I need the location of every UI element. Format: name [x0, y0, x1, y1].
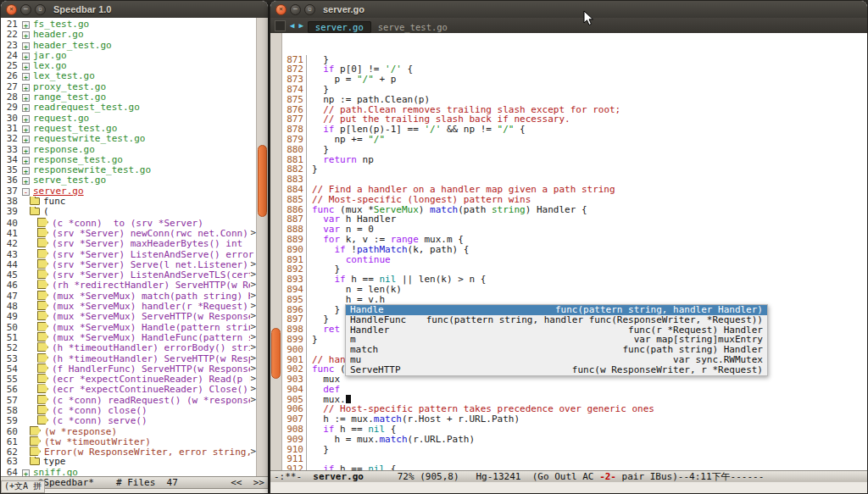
tag-icon — [37, 291, 48, 300]
echo-area[interactable] — [270, 481, 867, 493]
tab-server-go[interactable]: server.go — [308, 21, 371, 33]
speedbar-item[interactable]: 61(tw *timeoutWriter) — [1, 436, 257, 447]
editor-scrollbar[interactable] — [270, 33, 282, 470]
speedbar-item[interactable]: 24+jar.go — [1, 51, 257, 61]
speedbar-item[interactable]: 52(h *timeoutHandler) errorBody() strin> — [1, 342, 257, 352]
speedbar-item[interactable]: 47(mux *ServeMux) match(path string) Ha> — [1, 291, 257, 301]
speedbar-item[interactable]: 54(f HandlerFunc) ServeHTTP(w ResponseW> — [1, 364, 257, 374]
speedbar-item[interactable]: 56(ecr *expectContinueReader) Close() e> — [1, 384, 257, 394]
speedbar-item[interactable]: 53(h *timeoutHandler) ServeHTTP(w Respo> — [1, 353, 257, 364]
speedbar-item[interactable]: 55(ecr *expectContinueReader) Read(p []> — [1, 374, 257, 384]
speedbar-item[interactable]: 50(mux *ServeMux) Handle(pattern string> — [1, 322, 257, 332]
speedbar-item[interactable]: 33+response.go — [1, 145, 257, 155]
code-area[interactable]: 871 }872 if p[0] != '/' {873 p = "/" + p… — [282, 33, 867, 470]
speedbar-item[interactable]: 28+range_test.go — [1, 92, 257, 103]
speedbar-item[interactable]: 39( — [1, 207, 257, 217]
expand-icon[interactable]: + — [22, 94, 30, 102]
expand-icon[interactable]: + — [22, 73, 30, 80]
expand-icon[interactable]: + — [22, 167, 30, 175]
autocomplete-popup[interactable]: Handlefunc(pattern string, handler Handl… — [345, 304, 768, 376]
maximize-button-icon[interactable]: ▫ — [35, 4, 46, 15]
expand-icon[interactable]: + — [22, 63, 30, 70]
minimize-button-icon[interactable]: – — [290, 4, 301, 15]
editor-pane: 871 }872 if p[0] != '/' {873 p = "/" + p… — [270, 33, 867, 470]
tab-forward-icon[interactable]: ▶ — [298, 21, 303, 31]
expand-icon[interactable]: + — [22, 115, 30, 123]
expand-icon[interactable]: + — [22, 157, 30, 164]
speedbar-item[interactable]: 42(srv *Server) maxHeaderBytes() int — [1, 238, 257, 248]
expand-icon[interactable]: + — [22, 53, 30, 60]
completion-item[interactable]: Handlerfunc(r *Request) Handler — [346, 325, 767, 336]
speedbar-item[interactable]: 26+lex_test.go — [1, 71, 257, 81]
speedbar-nav-buttons[interactable]: << >> — [231, 477, 264, 488]
buffer-menu-icon[interactable] — [275, 20, 286, 31]
speedbar-item[interactable]: 29+readrequest_test.go — [1, 103, 257, 113]
speedbar-item[interactable]: 22+header.go — [1, 30, 257, 40]
speedbar-file-tree[interactable]: 21+fs_test.go22+header.go23+header_test.… — [1, 18, 257, 476]
speedbar-item[interactable]: 57(c *conn) readRequest() (w *response,> — [1, 395, 257, 405]
expand-icon[interactable]: + — [22, 42, 30, 50]
maximize-button-icon[interactable]: ▫ — [304, 4, 315, 15]
speedbar-item[interactable]: 46(rh *redirectHandler) ServeHTTP(w Res> — [1, 280, 257, 290]
speedbar-item[interactable]: 30+request.go — [1, 114, 257, 124]
completion-item[interactable]: muvar sync.RWMutex — [346, 355, 767, 365]
speedbar-item[interactable]: 58(c *conn) close() — [1, 405, 257, 415]
completion-item[interactable]: Handlefunc(pattern string, handler Handl… — [346, 305, 767, 315]
speedbar-item[interactable]: 31+request_test.go — [1, 124, 257, 134]
minimize-button-icon[interactable]: – — [20, 4, 31, 15]
expand-icon[interactable]: + — [22, 136, 30, 143]
completion-item[interactable]: mvar map[string]muxEntry — [346, 335, 767, 345]
expand-icon[interactable]: + — [22, 84, 30, 92]
speedbar-scrollbar[interactable] — [256, 18, 268, 476]
speedbar-item[interactable]: 34+response_test.go — [1, 155, 257, 165]
expand-icon[interactable]: + — [22, 147, 30, 154]
speedbar-item[interactable]: 44(srv *Server) Serve(l net.Listener) e> — [1, 259, 257, 269]
speedbar-item[interactable]: 63type — [1, 457, 257, 467]
speedbar-item[interactable]: 48(mux *ServeMux) handler(r *Request) H> — [1, 301, 257, 311]
speedbar-item[interactable]: 38func — [1, 197, 257, 207]
speedbar-item[interactable]: 32+requestwrite_test.go — [1, 134, 257, 144]
expand-icon[interactable]: + — [22, 21, 30, 29]
completion-item[interactable]: ServeHTTPfunc(w ResponseWriter, r *Reque… — [346, 365, 767, 375]
completion-item[interactable]: HandleFuncfunc(pattern string, handler f… — [346, 315, 767, 325]
scrollbar-thumb[interactable] — [258, 145, 267, 217]
ibus-indicator[interactable]: (+文A 拼 — [1, 480, 45, 493]
speedbar-item[interactable]: 36+serve_test.go — [1, 175, 257, 186]
editor-titlebar[interactable]: ✕ – ▫ server.go — [270, 1, 867, 19]
scrollbar-thumb[interactable] — [271, 328, 281, 379]
tab-back-icon[interactable]: ◀ — [290, 21, 294, 31]
speedbar-item[interactable]: 35+responsewrite_test.go — [1, 165, 257, 175]
speedbar-item[interactable]: 40(c *conn) to (srv *Server) — [1, 218, 257, 228]
expand-icon[interactable]: + — [22, 104, 30, 112]
expand-icon[interactable]: + — [22, 469, 30, 476]
expand-icon[interactable]: + — [22, 31, 30, 39]
close-button-icon[interactable]: ✕ — [6, 4, 17, 15]
speedbar-item[interactable]: 45(srv *Server) ListenAndServeTLS(certF> — [1, 269, 257, 280]
speedbar-item[interactable]: 59(c *conn) serve() — [1, 415, 257, 425]
close-button-icon[interactable]: ✕ — [275, 4, 287, 15]
speedbar-item[interactable]: 51(mux *ServeMux) HandleFunc(pattern st> — [1, 332, 257, 342]
speedbar-item[interactable]: 25+lex.go — [1, 61, 257, 71]
speedbar-item-label: responsewrite_test.go — [33, 165, 151, 175]
speedbar-item[interactable]: 23+header_test.go — [1, 41, 257, 51]
speedbar-item[interactable]: 37-server.go — [1, 186, 257, 197]
completion-item[interactable]: matchfunc(path string) Handler — [346, 345, 767, 355]
code-token: range — [391, 235, 419, 245]
speedbar-item[interactable]: 43(srv *Server) ListenAndServe() error — [1, 249, 257, 259]
speedbar-item[interactable]: 49(mux *ServeMux) ServeHTTP(w ResponseW> — [1, 311, 257, 321]
speedbar-item[interactable]: 41(srv *Server) newConn(rwc net.Conn) (> — [1, 228, 257, 238]
speedbar-titlebar[interactable]: ✕ – ▫ Speedbar 1.0 — [1, 1, 268, 19]
expand-icon[interactable]: + — [22, 177, 30, 185]
speedbar-item[interactable]: 60(w *response) — [1, 426, 257, 436]
code-line: 908 if h == nil { — [282, 425, 867, 435]
speedbar-item[interactable]: 27+proxy_test.go — [1, 82, 257, 92]
speedbar-item[interactable]: 64+sniff.go — [1, 468, 257, 476]
code-token — [312, 235, 323, 245]
speedbar-item[interactable]: 62Error(w ResponseWriter, error string, … — [1, 447, 257, 457]
tab-serve_test-go[interactable]: serve_test.go — [371, 22, 454, 32]
collapse-icon[interactable]: - — [22, 188, 30, 196]
expand-icon[interactable]: + — [22, 125, 30, 133]
line-number: 42 — [1, 239, 18, 248]
completion-name: HandleFunc — [350, 315, 406, 325]
speedbar-item[interactable]: 21+fs_test.go — [1, 19, 257, 30]
